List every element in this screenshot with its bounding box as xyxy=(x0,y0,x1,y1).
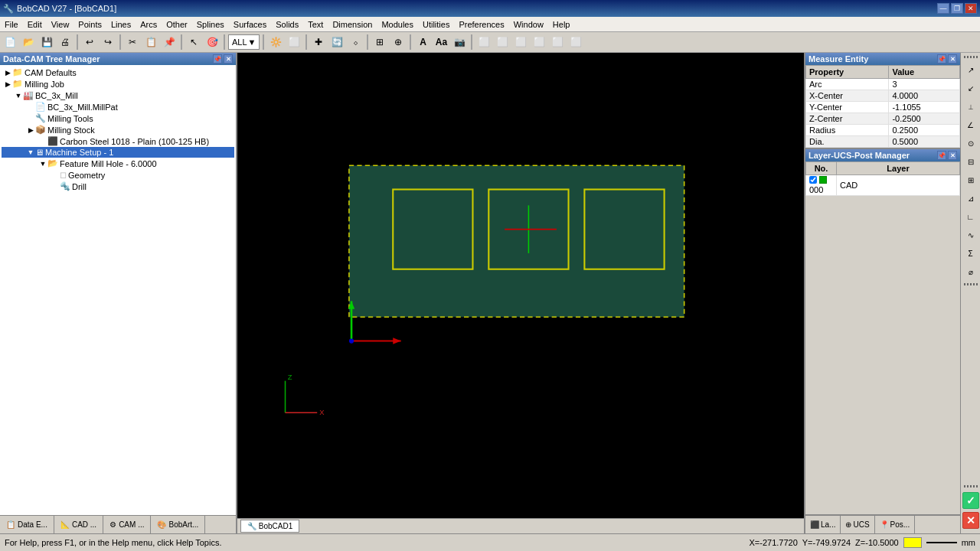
rtoolbar-arrow-left[interactable]: ↙ xyxy=(962,80,979,96)
tab-cam[interactable]: ⚙ CAM ... xyxy=(103,516,151,533)
tree-geometry[interactable]: ◻ Geometry xyxy=(2,169,234,181)
menu-preferences[interactable]: Preferences xyxy=(454,18,508,31)
measure-pin[interactable]: 📌 xyxy=(937,54,946,64)
menu-utilities[interactable]: Utilities xyxy=(418,18,454,31)
rtoolbar-diameter[interactable]: ⌀ xyxy=(962,263,979,280)
tree-milling-job[interactable]: ▶ 📁 Milling Job xyxy=(2,78,234,90)
tree-bc3x-mill[interactable]: ▼ 🏭 BC_3x_Mill xyxy=(2,90,234,101)
minimize-button[interactable]: — xyxy=(937,3,949,14)
undo-button[interactable]: ↩ xyxy=(81,34,98,51)
right-tab-layer[interactable]: ⬛ La... xyxy=(805,516,841,533)
layer-color-swatch xyxy=(819,176,827,184)
close-button[interactable]: ✕ xyxy=(965,3,977,14)
canvas-tab-bobcad1[interactable]: 🔧 BobCAD1 xyxy=(240,520,299,533)
rtoolbar-wave[interactable]: ∿ xyxy=(962,227,979,243)
all-dropdown[interactable]: ALL ▼ xyxy=(228,34,260,50)
restore-button[interactable]: ❐ xyxy=(951,3,963,14)
tree-millpat[interactable]: 📄 BC_3x_Mill.MillPat xyxy=(2,101,234,112)
layer-visibility-checkbox[interactable] xyxy=(809,176,817,184)
solid2-btn[interactable]: ⬜ xyxy=(494,34,511,51)
tree-carbon-steel[interactable]: ⬛ Carbon Steel 1018 - Plain (100-125 HB) xyxy=(2,135,234,147)
rtoolbar-plus-box[interactable]: ⊞ xyxy=(962,171,979,188)
tab-label: CAM ... xyxy=(119,520,144,529)
solid3-btn[interactable]: ⬜ xyxy=(512,34,529,51)
tab-data-explorer[interactable]: 📋 Data E... xyxy=(0,516,54,533)
layer-close[interactable]: ✕ xyxy=(948,151,957,160)
color-swatch[interactable] xyxy=(903,537,922,548)
menu-window[interactable]: Window xyxy=(509,18,548,31)
solid5-btn[interactable]: ⬜ xyxy=(549,34,566,51)
menu-dimension[interactable]: Dimension xyxy=(328,18,377,31)
cut-button[interactable]: ✂ xyxy=(124,34,141,51)
text-btn[interactable]: A xyxy=(414,34,431,51)
crosshair-button[interactable]: ✚ xyxy=(310,34,327,51)
measure-row[interactable]: X-Center4.0000 xyxy=(806,90,960,102)
measure-close[interactable]: ✕ xyxy=(948,54,957,64)
menu-view[interactable]: View xyxy=(47,18,74,31)
grid-button[interactable]: ⊞ xyxy=(371,34,388,51)
rtoolbar-perp[interactable]: ⟂ xyxy=(962,98,979,115)
select-button[interactable]: ↖ xyxy=(185,34,202,51)
menu-help[interactable]: Help xyxy=(548,18,575,31)
right-panels: Measure Entity 📌 ✕ Property Value xyxy=(805,53,960,533)
rtoolbar-tri[interactable]: ⊿ xyxy=(962,190,979,207)
confirm-button[interactable]: ✓ xyxy=(962,492,979,509)
tree-drill[interactable]: 🔩 Drill xyxy=(2,181,234,192)
rtoolbar-angle[interactable]: ∠ xyxy=(962,116,979,133)
print-button[interactable]: 🖨 xyxy=(57,34,74,51)
solid1-btn[interactable]: ⬜ xyxy=(475,34,492,51)
rtoolbar-right-angle[interactable]: ∟ xyxy=(962,208,979,225)
menu-file[interactable]: File xyxy=(0,18,23,31)
rtoolbar-minus-box[interactable]: ⊟ xyxy=(962,153,979,170)
paste-button[interactable]: 📌 xyxy=(161,34,178,51)
menu-lines[interactable]: Lines xyxy=(106,18,136,31)
menu-text[interactable]: Text xyxy=(303,18,328,31)
tree-milling-tools[interactable]: 🔧 Milling Tools xyxy=(2,112,234,124)
measure-col-value: Value xyxy=(889,66,960,79)
layer-row[interactable]: 000CAD xyxy=(806,175,960,196)
new-button[interactable]: 📄 xyxy=(2,34,18,51)
shape-button[interactable]: ⬦ xyxy=(347,34,364,51)
rtoolbar-sigma[interactable]: Σ xyxy=(962,245,979,262)
cancel-button[interactable]: ✕ xyxy=(962,512,979,529)
open-button[interactable]: 📂 xyxy=(20,34,37,51)
menu-points[interactable]: Points xyxy=(74,18,106,31)
rtoolbar-arrow-right[interactable]: ↗ xyxy=(962,61,979,78)
camera-btn[interactable]: 📷 xyxy=(451,34,468,51)
menu-modules[interactable]: Modules xyxy=(377,18,418,31)
snap-button[interactable]: 🎯 xyxy=(204,34,220,51)
tree-milling-stock[interactable]: ▶ 📦 Milling Stock xyxy=(2,124,234,135)
redo-button[interactable]: ↪ xyxy=(100,34,116,51)
measure-row[interactable]: Radius0.2500 xyxy=(806,125,960,136)
right-tab-pos[interactable]: 📍 Pos... xyxy=(875,516,916,533)
measure-row[interactable]: Dia.0.5000 xyxy=(806,136,960,148)
left-panel-pin[interactable]: 📌 xyxy=(213,54,222,64)
zoom-button[interactable]: 🔆 xyxy=(267,34,284,51)
plus-button[interactable]: ⊕ xyxy=(390,34,407,51)
solid4-btn[interactable]: ⬜ xyxy=(531,34,547,51)
right-tab-ucs[interactable]: ⊕ UCS xyxy=(841,516,874,533)
menu-solids[interactable]: Solids xyxy=(271,18,303,31)
tree-cam-defaults[interactable]: ▶ 📁 CAM Defaults xyxy=(2,67,234,78)
rtoolbar-circle[interactable]: ⊙ xyxy=(962,135,979,152)
menu-edit[interactable]: Edit xyxy=(23,18,47,31)
refresh-button[interactable]: 🔄 xyxy=(328,34,345,51)
textaa-btn[interactable]: Aa xyxy=(433,34,449,51)
layer-pin[interactable]: 📌 xyxy=(937,151,946,160)
tree-machine-setup[interactable]: ▼ 🖥 Machine Setup - 1 xyxy=(2,147,234,158)
measure-row[interactable]: Y-Center-1.1055 xyxy=(806,102,960,113)
copy-button[interactable]: 📋 xyxy=(142,34,159,51)
measure-row[interactable]: Arc3 xyxy=(806,79,960,90)
menu-surfaces[interactable]: Surfaces xyxy=(229,18,271,31)
menu-splines[interactable]: Splines xyxy=(192,18,229,31)
save-button[interactable]: 💾 xyxy=(38,34,55,51)
measure-row[interactable]: Z-Center-0.2500 xyxy=(806,113,960,125)
frame-button[interactable]: ⬜ xyxy=(286,34,302,51)
menu-arcs[interactable]: Arcs xyxy=(136,18,162,31)
tab-cad[interactable]: 📐 CAD ... xyxy=(54,516,103,533)
left-panel-close[interactable]: ✕ xyxy=(224,54,233,64)
menu-other[interactable]: Other xyxy=(162,18,192,31)
tree-feature-mill[interactable]: ▼ 📂 Feature Mill Hole - 6.0000 xyxy=(2,158,234,169)
solid6-btn[interactable]: ⬜ xyxy=(567,34,584,51)
tab-bobart[interactable]: 🎨 BobArt... xyxy=(151,516,205,533)
